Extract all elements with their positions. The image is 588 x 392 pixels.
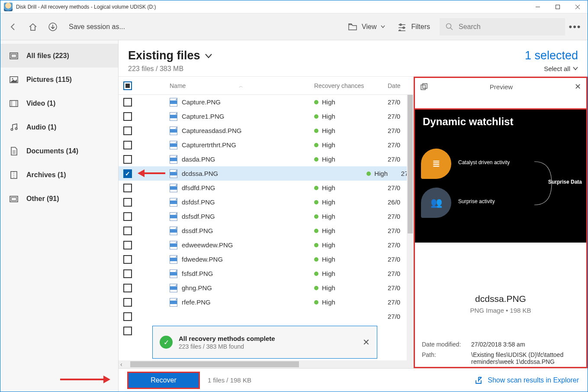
table-row[interactable]: dfsdfd.PNGHigh27/0 <box>119 181 414 195</box>
table-row[interactable]: fdwedew.PNGHigh27/0 <box>119 252 414 266</box>
vertical-scrollbar[interactable] <box>407 95 414 360</box>
page-title[interactable]: Existing files <box>128 49 525 62</box>
table-row[interactable]: rfefe.PNGHigh27/0 <box>119 295 414 309</box>
sidebar-item-label: Documents (14) <box>26 147 78 155</box>
status-dot-icon <box>314 186 318 190</box>
row-checkbox[interactable] <box>123 298 132 307</box>
row-checkbox[interactable] <box>123 141 132 149</box>
save-session-label[interactable]: Save session as... <box>69 23 342 31</box>
status-dot-icon <box>314 257 318 262</box>
status-dot-icon <box>314 286 318 290</box>
row-checkbox[interactable] <box>123 98 132 107</box>
search-box[interactable] <box>440 18 565 36</box>
path-value: \Existing files\UDISK (D)\fc\tattoed rem… <box>471 351 579 365</box>
svg-rect-28 <box>11 198 16 201</box>
row-checkbox[interactable] <box>123 327 132 335</box>
sidebar-item-video[interactable]: Video (1) <box>0 91 118 115</box>
sidebar-item-archives[interactable]: Archives (1) <box>0 163 118 187</box>
svg-point-20 <box>11 128 13 130</box>
table-row[interactable]: ghng.PNGHigh27/0 <box>119 281 414 295</box>
row-checkbox[interactable] <box>123 255 132 264</box>
filters-button[interactable]: Filters <box>391 17 436 37</box>
search-input[interactable] <box>459 23 559 31</box>
home-button[interactable] <box>23 17 43 37</box>
view-menu[interactable]: View <box>342 17 391 37</box>
row-checkbox[interactable] <box>123 126 132 135</box>
sidebar-item-audio[interactable]: Audio (1) <box>0 115 118 139</box>
stack-icon <box>9 51 19 61</box>
table-row[interactable]: dsfsdf.PNGHigh27/0 <box>119 209 414 224</box>
annotation-arrow-icon <box>60 376 110 383</box>
svg-rect-1 <box>556 5 560 9</box>
col-date[interactable]: Date <box>388 82 414 89</box>
sliders-icon <box>397 23 407 31</box>
table-row[interactable]: Captureasdasd.PNGHigh27/0 <box>119 123 414 138</box>
footer-info: 1 files / 198 KB <box>208 376 251 384</box>
file-name: Capture.PNG <box>182 98 221 106</box>
row-checkbox[interactable] <box>123 269 132 278</box>
table-row[interactable]: 27/0 <box>119 309 414 324</box>
table-row[interactable]: Capture1.PNGHigh27/0 <box>119 109 414 123</box>
modified-label: Date modified: <box>422 341 469 348</box>
sidebar-item-label: Audio (1) <box>26 123 56 131</box>
horizontal-scrollbar[interactable]: ‹ <box>119 360 414 368</box>
file-icon <box>170 155 177 164</box>
show-in-explorer-button[interactable]: Show scan results in Explorer <box>475 376 579 384</box>
status-dot-icon <box>314 229 318 233</box>
file-icon <box>170 284 177 292</box>
row-checkbox[interactable] <box>123 284 132 292</box>
col-recovery[interactable]: Recovery chances <box>314 82 388 89</box>
minimize-button[interactable] <box>528 0 548 13</box>
sidebar-item-pictures[interactable]: Pictures (115) <box>0 68 118 91</box>
select-all-button[interactable]: Select all <box>525 65 578 72</box>
status-dot-icon <box>314 157 318 162</box>
file-icon <box>170 126 177 135</box>
row-checkbox[interactable] <box>123 312 132 321</box>
file-name: Capture1.PNG <box>182 113 224 120</box>
check-circle-icon: ✓ <box>160 336 173 349</box>
close-button[interactable] <box>568 0 588 13</box>
file-name: dfsdfd.PNG <box>182 184 215 191</box>
header-checkbox[interactable] <box>123 81 132 90</box>
copy-icon[interactable] <box>420 83 428 91</box>
table-row[interactable]: dsfdsf.PNGHigh26/0 <box>119 195 414 209</box>
table-row[interactable]: dssdf.PNGHigh27/0 <box>119 224 414 238</box>
more-button[interactable]: ••• <box>565 21 585 32</box>
preview-close-button[interactable]: ✕ <box>575 82 581 91</box>
file-name: dssdf.PNG <box>182 227 213 234</box>
svg-rect-14 <box>11 54 16 58</box>
toast: ✓ All recovery methods complete 223 file… <box>152 326 377 359</box>
file-icon <box>170 169 177 178</box>
row-checkbox[interactable] <box>123 198 132 207</box>
table-row[interactable]: Capture.PNGHigh27/0 <box>119 95 414 109</box>
row-checkbox[interactable] <box>123 184 132 192</box>
status-dot-icon <box>314 272 318 276</box>
back-button[interactable] <box>3 17 23 37</box>
table-row[interactable]: fsfsdf.PNGHigh27/0 <box>119 266 414 281</box>
download-button[interactable] <box>43 17 63 37</box>
preview-image: Dynamic watchlist ≣ Catalyst driven acti… <box>415 108 586 243</box>
sidebar-item-all-files[interactable]: All files (223) <box>0 44 118 68</box>
row-checkbox[interactable] <box>123 241 132 249</box>
svg-point-21 <box>15 127 17 129</box>
col-name[interactable]: ︿Name <box>168 82 314 89</box>
sidebar-item-other[interactable]: Other (91) <box>0 187 118 211</box>
sidebar-item-documents[interactable]: Documents (14) <box>0 139 118 163</box>
footer: Recover 1 files / 198 KB Show scan resul… <box>119 368 588 392</box>
chevron-down-icon <box>205 53 212 59</box>
row-checkbox[interactable] <box>123 112 132 121</box>
svg-line-12 <box>450 28 453 30</box>
toast-close-button[interactable]: ✕ <box>363 337 370 347</box>
table-row[interactable]: Capturertrthrt.PNGHigh27/0 <box>119 138 414 152</box>
table-row[interactable]: dasda.PNGHigh27/0 <box>119 152 414 166</box>
row-checkbox[interactable] <box>123 212 132 221</box>
svg-rect-17 <box>10 100 18 107</box>
row-checkbox[interactable] <box>123 169 132 178</box>
file-name: Captureasdasd.PNG <box>182 127 241 134</box>
maximize-button[interactable] <box>548 0 568 13</box>
row-checkbox[interactable] <box>123 155 132 164</box>
row-checkbox[interactable] <box>123 227 132 235</box>
table-row[interactable]: edweewdew.PNGHigh27/0 <box>119 238 414 252</box>
recover-button[interactable]: Recover <box>127 372 200 389</box>
modified-value: 27/02/2018 3:58 am <box>471 341 579 348</box>
